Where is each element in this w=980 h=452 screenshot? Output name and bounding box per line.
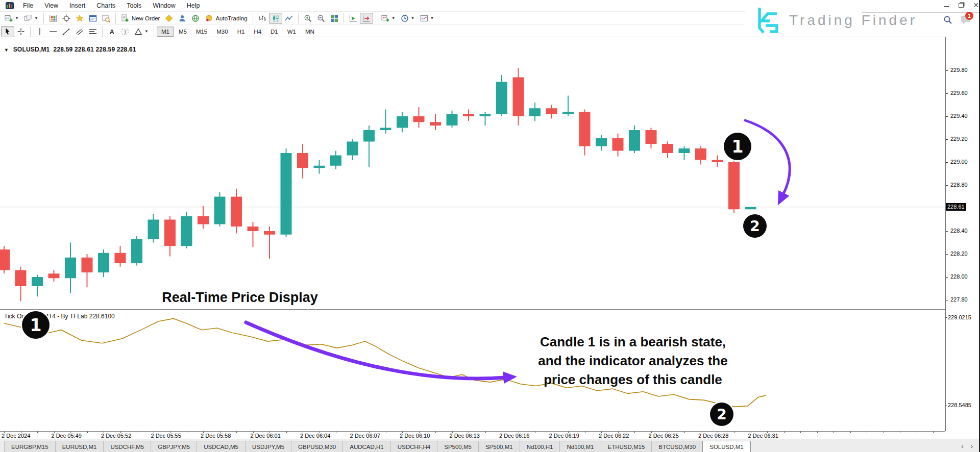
toolbar-separator — [376, 13, 376, 23]
community-icon[interactable] — [176, 13, 189, 24]
close-button[interactable]: ✕ — [972, 2, 980, 9]
navigator-icon[interactable] — [73, 13, 86, 24]
tab-gbpjpy-m5[interactable]: GBPJPY,M5 — [151, 441, 197, 452]
tf-m5[interactable]: M5 — [174, 27, 191, 37]
tab-usdchf-h4[interactable]: USDCHF,H4 — [390, 441, 438, 452]
menu-charts[interactable]: Charts — [91, 1, 121, 10]
new-order-button[interactable]: New Order — [118, 13, 163, 24]
crosshair-icon[interactable] — [14, 26, 28, 37]
chart-shift-icon[interactable] — [360, 13, 373, 24]
equidistant-channel-icon[interactable] — [73, 26, 86, 37]
autotrading-label: AutoTrading — [215, 15, 247, 21]
strategy-tester-icon[interactable] — [100, 13, 113, 24]
candle-1-badge: 1 — [724, 133, 751, 160]
restore-button[interactable] — [957, 2, 965, 9]
menu-help[interactable]: Help — [181, 1, 206, 10]
tab-audcad-h1[interactable]: AUDCAD,H1 — [342, 441, 390, 452]
profiles-icon[interactable]: ▼ — [21, 13, 41, 24]
tab-sp500-m5[interactable]: SP500,M5 — [437, 441, 479, 452]
tab-nd100-h1[interactable]: Nd100,H1 — [520, 441, 560, 452]
chart-frame-border — [0, 37, 980, 37]
price-axis[interactable]: 229.80229.60229.40229.20229.00228.80228.… — [945, 37, 979, 431]
vertical-line-icon[interactable] — [33, 26, 46, 37]
price-axis-tick — [946, 139, 948, 140]
minimize-button[interactable] — [942, 2, 950, 9]
tf-mn[interactable]: MN — [301, 27, 319, 37]
text-tool-icon[interactable]: A — [105, 26, 118, 37]
window-splitter[interactable] — [0, 309, 945, 310]
time-axis-tick — [336, 432, 336, 433]
market-watch-icon[interactable] — [46, 13, 60, 24]
tile-windows-icon[interactable] — [328, 13, 341, 24]
text-label-icon[interactable]: T — [118, 26, 132, 37]
tab-usdjpy-m5[interactable]: USDJPY,M5 — [245, 441, 291, 452]
tf-h1[interactable]: H1 — [233, 27, 250, 37]
zoom-in-icon[interactable] — [301, 13, 314, 24]
fibonacci-icon[interactable] — [86, 26, 100, 37]
tab-eurusd-m1[interactable]: EURUSD,M1 — [55, 441, 104, 452]
tf-d1[interactable]: D1 — [266, 27, 283, 37]
tf-w1[interactable]: W1 — [283, 27, 301, 37]
autotrading-button[interactable]: AutoTrading — [202, 13, 250, 24]
tab-sp500-m1[interactable]: SP500,M1 — [478, 441, 520, 452]
chart-symbol-title: ▼ SOLUSD,M1 228.59 228.61 228.59 228.61 — [4, 46, 136, 53]
new-chart-icon[interactable]: ▼ — [2, 13, 21, 24]
tab-scroll-right-icon[interactable]: › — [971, 442, 973, 450]
time-axis-label: 2 Dec 06:22 — [599, 433, 629, 439]
periods-icon[interactable]: ▼ — [398, 13, 418, 24]
time-axis[interactable]: 2 Dec 20242 Dec 05:492 Dec 05:522 Dec 05… — [0, 431, 945, 439]
tf-m1[interactable]: M1 — [157, 27, 174, 37]
templates-icon[interactable]: ▼ — [418, 13, 437, 24]
symbol-ohlc: 228.59 228.61 228.59 228.61 — [54, 46, 136, 53]
trading-finder-logo-icon — [754, 6, 781, 35]
cursor-icon[interactable] — [1, 26, 14, 37]
bar-chart-icon[interactable] — [256, 13, 269, 24]
indicator-panel[interactable] — [0, 312, 945, 431]
time-axis-tick — [137, 432, 137, 433]
search-icon[interactable] — [943, 15, 952, 27]
indicators-icon[interactable]: ▼ — [379, 13, 398, 24]
candlestick-chart-icon[interactable] — [269, 13, 282, 24]
menu-tools[interactable]: Tools — [121, 1, 147, 10]
chevron-down-icon[interactable]: ▼ — [4, 47, 9, 53]
shapes-icon[interactable]: ▼ — [132, 26, 151, 37]
metaeditor-icon[interactable] — [162, 13, 176, 24]
tf-m30[interactable]: M30 — [212, 27, 232, 37]
time-axis-label: 2 Dec 06:19 — [549, 433, 579, 439]
tab-eurgbp-m15[interactable]: EURGBP,M15 — [4, 441, 56, 452]
tab-gbpusd-m30[interactable]: GBPUSD,M30 — [291, 441, 343, 452]
time-axis-tick — [236, 432, 237, 433]
menu-view[interactable]: View — [39, 1, 64, 10]
window-controls: ✕ — [942, 2, 980, 9]
tab-ethusd-m15[interactable]: ETHUSD,M15 — [601, 441, 652, 452]
notification-badge: 1 — [965, 12, 973, 20]
menu-window[interactable]: Window — [147, 1, 181, 10]
time-axis-tick — [834, 432, 834, 433]
web-terminal-icon[interactable] — [189, 13, 202, 24]
menu-insert[interactable]: Insert — [64, 1, 91, 10]
data-window-icon[interactable] — [60, 13, 73, 24]
price-axis-label: 228.40 — [950, 228, 968, 234]
tab-usdchf-m5[interactable]: USDCHF,M5 — [103, 441, 151, 452]
trendline-icon[interactable] — [60, 26, 73, 37]
toolbar-separator — [115, 13, 116, 23]
chat-icon[interactable]: 1 — [961, 15, 971, 27]
terminal-icon[interactable] — [86, 13, 100, 24]
time-axis-tick — [37, 432, 38, 433]
horizontal-line-icon[interactable] — [46, 26, 60, 37]
zoom-out-icon[interactable] — [314, 13, 328, 24]
time-axis-tick — [634, 432, 635, 433]
candlestick-chart[interactable] — [0, 45, 945, 309]
tf-h4[interactable]: H4 — [249, 27, 266, 37]
auto-scroll-icon[interactable] — [347, 13, 360, 24]
tab-scroll-left-icon[interactable]: ‹ — [961, 442, 963, 450]
tab-solusd-m1[interactable]: SOLUSD,M1 — [702, 441, 750, 452]
time-axis-label: 2 Dec 06:07 — [350, 433, 380, 439]
tab-usdcad-m5[interactable]: USDCAD,M5 — [197, 441, 246, 452]
time-axis-tick — [286, 432, 287, 433]
menu-file[interactable]: File — [17, 1, 39, 10]
tab-nd100-m1[interactable]: Nd100,M1 — [559, 441, 601, 452]
tf-m15[interactable]: M15 — [191, 27, 212, 37]
tab-btcusd-m30[interactable]: BTCUSD,M30 — [651, 441, 703, 452]
line-chart-icon[interactable] — [282, 13, 296, 24]
